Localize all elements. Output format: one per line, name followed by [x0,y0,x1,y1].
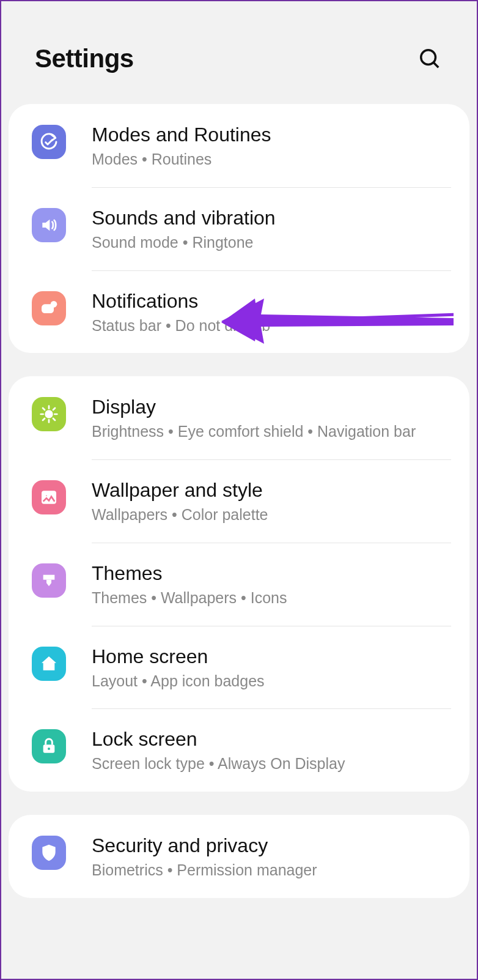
settings-row-notifications[interactable]: Notifications Status bar • Do not distur… [9,270,469,354]
check-refresh-icon [32,125,66,159]
row-subtitle: Brightness • Eye comfort shield • Naviga… [92,421,451,442]
row-subtitle: Status bar • Do not disturb [92,316,451,336]
speaker-icon [32,208,66,242]
row-subtitle: Modes • Routines [92,149,451,170]
svg-point-14 [45,494,48,497]
row-title: Themes [92,561,451,585]
search-icon [418,47,441,70]
svg-point-16 [48,748,50,750]
brush-icon [32,563,66,598]
image-icon [32,480,66,514]
svg-line-1 [433,62,438,67]
row-subtitle: Sound mode • Ringtone [92,232,451,253]
settings-group-1: Modes and Routines Modes • Routines Soun… [9,104,469,353]
home-icon [32,647,66,681]
row-title: Notifications [92,289,451,313]
svg-line-12 [53,408,55,410]
row-title: Sounds and vibration [92,206,451,230]
row-title: Wallpaper and style [92,478,451,502]
row-title: Modes and Routines [92,122,451,147]
settings-row-security-privacy[interactable]: Security and privacy Biometrics • Permis… [9,815,469,898]
settings-row-wallpaper-style[interactable]: Wallpaper and style Wallpapers • Color p… [9,459,469,543]
svg-line-9 [43,408,45,410]
settings-group-2: Display Brightness • Eye comfort shield … [9,376,469,792]
settings-row-modes-routines[interactable]: Modes and Routines Modes • Routines [9,104,469,187]
page-title: Settings [35,44,134,73]
settings-group-3: Security and privacy Biometrics • Permis… [9,815,469,898]
lock-icon [32,729,66,763]
svg-line-10 [53,418,55,420]
svg-point-4 [46,411,53,418]
svg-line-11 [43,418,45,420]
row-title: Security and privacy [92,833,451,858]
row-subtitle: Themes • Wallpapers • Icons [92,588,451,609]
settings-row-themes[interactable]: Themes Themes • Wallpapers • Icons [9,543,469,626]
settings-header: Settings [1,1,477,104]
row-subtitle: Screen lock type • Always On Display [92,754,451,774]
row-title: Display [92,395,451,419]
sun-icon [32,397,66,431]
shield-icon [32,836,66,870]
settings-row-home-screen[interactable]: Home screen Layout • App icon badges [9,626,469,709]
row-title: Home screen [92,644,451,669]
svg-point-3 [51,301,57,308]
search-button[interactable] [416,45,443,72]
row-subtitle: Layout • App icon badges [92,671,451,692]
settings-row-sounds-vibration[interactable]: Sounds and vibration Sound mode • Ringto… [9,187,469,270]
settings-row-display[interactable]: Display Brightness • Eye comfort shield … [9,376,469,459]
settings-row-lock-screen[interactable]: Lock screen Screen lock type • Always On… [9,708,469,792]
row-title: Lock screen [92,727,451,751]
svg-point-0 [421,50,436,65]
notification-icon [32,291,66,325]
row-subtitle: Biometrics • Permission manager [92,860,451,881]
row-subtitle: Wallpapers • Color palette [92,505,451,525]
